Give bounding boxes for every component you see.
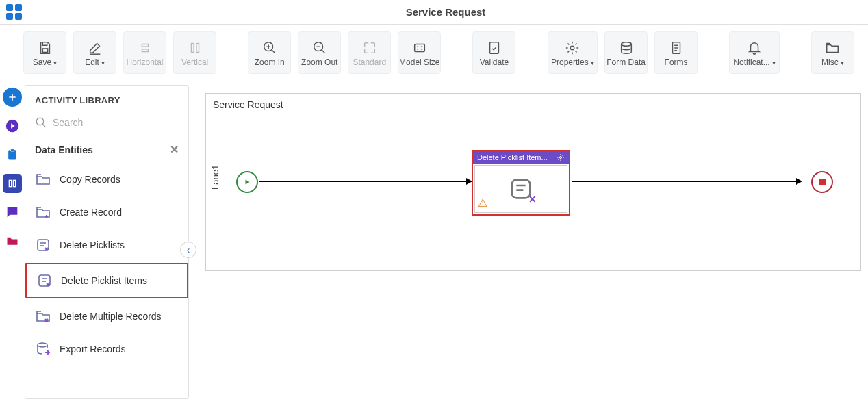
folder-icon (825, 38, 840, 57)
chevron-down-icon: ▾ (53, 59, 57, 66)
sidebar-item-export-records[interactable]: Export Records (25, 333, 188, 365)
add-button[interactable] (3, 88, 22, 107)
top-bar: Service Request (0, 0, 868, 25)
svg-point-9 (571, 46, 575, 50)
rail-activity-icon[interactable] (3, 116, 22, 136)
main: ACTIVITY LIBRARY Data Entities ✕ Copy Re… (0, 81, 868, 399)
sidebar-item-create-record[interactable]: Create Record (25, 196, 188, 229)
canvas-divider (206, 116, 860, 116)
svg-rect-7 (414, 44, 424, 52)
sidebar-item-delete-multiple-records[interactable]: Delete Multiple Records (25, 300, 188, 333)
svg-rect-1 (142, 44, 148, 47)
toolbar-label: Properties (551, 57, 589, 67)
sidebar-item-copy-records[interactable]: Copy Records (25, 163, 188, 196)
warning-icon: ⚠ (478, 196, 487, 209)
misc-button[interactable]: Misc▾ (811, 31, 854, 74)
search-input[interactable] (53, 117, 179, 128)
flow-connector (259, 181, 472, 182)
toolbar-label: Save (33, 57, 51, 67)
model-size-button[interactable]: Model Size (398, 31, 441, 74)
chat-icon[interactable] (3, 203, 22, 222)
flow-connector (572, 181, 800, 182)
workflow-canvas[interactable]: Service Request Lane1 Delete Picklist It… (205, 93, 861, 271)
gear-icon[interactable] (557, 153, 565, 162)
vertical-icon (188, 38, 203, 57)
properties-button[interactable]: Properties▾ (548, 31, 598, 74)
edit-button[interactable]: Edit▾ (73, 31, 116, 74)
app-switcher-icon[interactable] (4, 3, 23, 22)
chevron-down-icon: ▾ (841, 59, 844, 66)
rail-folder-icon[interactable] (3, 231, 22, 250)
sidebar-item-delete-picklists[interactable]: Delete Picklists (25, 229, 188, 261)
canvas-wrap: Service Request Lane1 Delete Picklist It… (189, 81, 868, 399)
sidebar-title: ACTIVITY LIBRARY (25, 86, 188, 112)
validate-icon (487, 38, 502, 57)
chevron-down-icon: ▾ (772, 59, 776, 66)
sidebar-category[interactable]: Data Entities ✕ (25, 136, 188, 163)
activity-delete-picklist-items[interactable]: Delete Picklist Item... ⚠ ✕ (472, 150, 570, 216)
svg-rect-4 (196, 44, 199, 53)
database-icon (619, 38, 634, 57)
svg-rect-3 (191, 44, 194, 53)
horizontal-button[interactable]: Horizontal (123, 31, 166, 74)
svg-rect-14 (11, 149, 14, 151)
search-icon (35, 116, 47, 129)
toolbar-label: Model Size (399, 57, 439, 67)
collapse-sidebar-button[interactable]: ‹ (180, 242, 196, 258)
start-node[interactable] (236, 171, 258, 193)
activity-header: Delete Picklist Item... (473, 151, 569, 164)
zoom-out-button[interactable]: Zoom Out (298, 31, 341, 74)
activity-library-panel: ACTIVITY LIBRARY Data Entities ✕ Copy Re… (25, 85, 189, 399)
clipboard-icon[interactable] (3, 145, 22, 164)
gear-icon (565, 38, 580, 57)
lane-divider (227, 116, 227, 270)
forms-button[interactable]: Forms (654, 31, 698, 74)
horizontal-icon (138, 38, 153, 57)
svg-rect-22 (512, 180, 531, 198)
chevron-down-icon: ▾ (101, 59, 105, 66)
create-record-icon (35, 204, 51, 220)
svg-rect-15 (9, 180, 11, 186)
category-label: Data Entities (35, 144, 93, 155)
chevron-down-icon: ▾ (591, 59, 594, 66)
notifications-button[interactable]: Notificat...▾ (729, 31, 779, 74)
rail-columns-icon[interactable] (3, 174, 22, 193)
forms-icon (669, 38, 684, 57)
toolbar-label: Validate (480, 57, 509, 67)
x-icon: ✕ (528, 194, 537, 205)
standard-button[interactable]: Standard (348, 31, 391, 74)
sidebar-item-label: Copy Records (60, 174, 120, 185)
save-icon (38, 38, 53, 57)
sidebar-item-label: Delete Multiple Records (60, 311, 162, 322)
end-node[interactable] (811, 171, 833, 193)
sidebar-item-label: Delete Picklist Items (61, 275, 147, 286)
toolbar-label: Edit (85, 57, 99, 67)
svg-point-10 (621, 42, 631, 47)
search-row (25, 112, 188, 136)
toolbar-label: Forms (665, 57, 688, 67)
toolbar-label: Zoom Out (301, 57, 337, 67)
validate-button[interactable]: Validate (472, 31, 515, 74)
close-icon[interactable]: ✕ (170, 143, 179, 156)
form-data-button[interactable]: Form Data (604, 31, 648, 74)
canvas-title: Service Request (213, 99, 283, 110)
copy-records-icon (35, 171, 51, 188)
delete-picklists-icon (35, 237, 51, 253)
svg-rect-13 (8, 150, 16, 159)
delete-picklist-items-icon (36, 272, 53, 289)
toolbar-label: Form Data (607, 57, 646, 67)
svg-rect-16 (13, 180, 15, 186)
sidebar-item-label: Export Records (60, 344, 125, 355)
toolbar-label: Zoom In (255, 57, 285, 67)
delete-multiple-icon (35, 308, 51, 324)
vertical-button[interactable]: Vertical (173, 31, 216, 74)
edit-icon (88, 38, 103, 57)
svg-rect-2 (142, 49, 148, 52)
svg-rect-8 (490, 42, 499, 54)
stop-icon (819, 179, 826, 185)
zoom-in-button[interactable]: Zoom In (248, 31, 291, 74)
sidebar-item-delete-picklist-items[interactable]: Delete Picklist Items (25, 263, 188, 298)
save-button[interactable]: Save▾ (23, 31, 66, 74)
toolbar-label: Vertical (181, 57, 208, 67)
svg-rect-0 (42, 49, 47, 53)
